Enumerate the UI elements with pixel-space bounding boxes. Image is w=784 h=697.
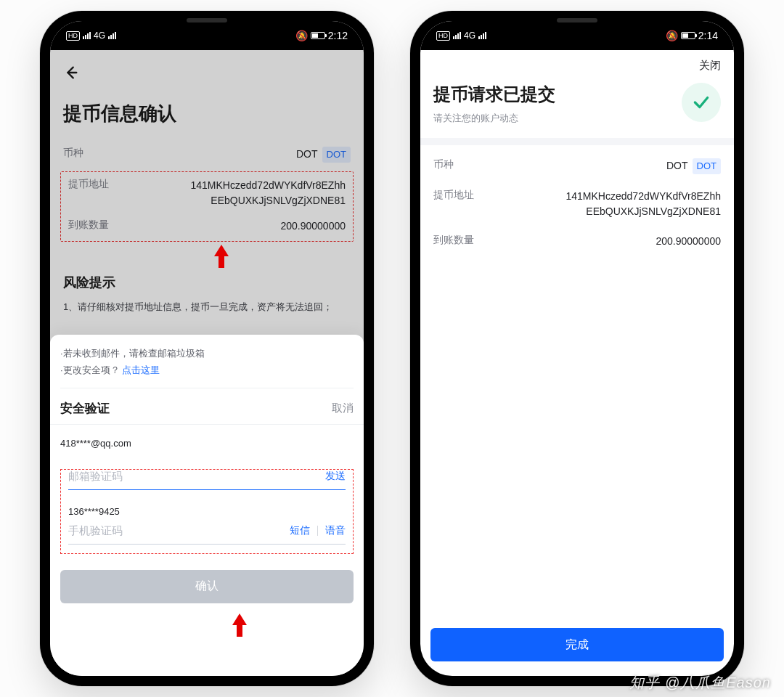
confirm-button[interactable]: 确认 [60,570,354,603]
arrow-up-icon [214,245,229,268]
voice-button[interactable]: 语音 [325,524,346,537]
send-code-button[interactable]: 发送 [325,470,346,483]
bell-off-icon: 🔕 [666,30,678,41]
phone-code-placeholder: 手机验证码 [68,524,282,538]
coin-label: 币种 [63,147,83,160]
signal-bars-icon [83,32,91,39]
amount-label: 到账数量 [68,219,109,232]
network-label: 4G [464,30,475,41]
coin-value: DOTDOT [465,158,721,174]
done-button[interactable]: 完成 [430,628,724,661]
signal-bars-icon [478,32,486,39]
battery-icon [311,32,325,39]
signal-bars-icon [108,32,116,39]
coin-value: DOTDOT [95,147,351,163]
bell-off-icon: 🔕 [295,30,308,41]
arrow-up-icon [232,614,247,637]
network-label: 4G [94,30,105,41]
sms-button[interactable]: 短信 [290,524,310,537]
success-check-icon [682,83,721,122]
highlight-box-address: 提币地址 141MKHczedd72dWYKdfVr8EZhhEEbQUXKJj… [60,171,354,242]
page-title: 提币信息确认 [63,101,351,126]
phone-left: HD 4G 🔕 2:12 提币信息确认 [40,11,374,686]
info-card: 币种 DOTDOT 提币地址 141MKHczedd72dWYKdfVr8EZh… [420,145,734,277]
amount-label: 到账数量 [433,234,474,247]
phone-notch [142,11,272,31]
address-value: 141MKHczedd72dWYKdfVr8EZhhEEbQUXKJjSNLVg… [121,178,346,208]
address-label: 提币地址 [433,189,474,202]
phone-label: 136****9425 [68,506,346,517]
clock-time: 2:14 [698,30,718,41]
success-subtitle: 请关注您的账户动态 [433,112,555,125]
email-code-placeholder: 邮箱验证码 [68,470,318,484]
battery-icon [681,32,695,39]
phone-right: HD 4G 🔕 2:14 关闭 提币请求已提交 [410,11,744,686]
signal-bars-icon [453,32,461,39]
address-label: 提币地址 [68,178,109,191]
page-body-left: 提币信息确认 币种 DOTDOT 提币地址 141MKHczedd72dWYKd… [50,21,364,676]
risk-title: 风险提示 [63,274,351,291]
sheet-title: 安全验证 [60,400,110,417]
risk-text: 1、请仔细核对提币地址信息，提币一旦完成，资产将无法追回； [63,300,351,315]
coin-badge: DOT [693,158,721,174]
back-button[interactable] [63,60,79,89]
check-icon [692,93,711,112]
section-gap [420,138,734,145]
arrow-left-icon [63,65,79,81]
watermark: 知乎 @八爪鱼Eason [629,673,771,693]
hd-badge-icon: HD [66,31,80,41]
page-body-right: 关闭 提币请求已提交 请关注您的账户动态 币种 [420,21,734,676]
bottom-sheet: ·若未收到邮件，请检查邮箱垃圾箱 ·更改安全项？ 点击这里 安全验证 取消 41… [50,335,364,676]
close-button[interactable]: 关闭 [699,59,721,73]
change-security-link[interactable]: 点击这里 [122,364,160,375]
tip-line-1: ·若未收到邮件，请检查邮箱垃圾箱 [60,345,354,362]
phone-code-input[interactable]: 手机验证码 短信 语音 [68,524,346,545]
amount-value: 200.90000000 [121,219,346,234]
highlight-box-verify: 邮箱验证码 发送 136****9425 手机验证码 短信 语音 [60,469,354,554]
clock-time: 2:12 [328,30,348,41]
success-title: 提币请求已提交 [433,83,555,106]
screen-right: HD 4G 🔕 2:14 关闭 提币请求已提交 [420,21,734,676]
email-code-input[interactable]: 邮箱验证码 发送 [68,470,346,490]
cancel-button[interactable]: 取消 [332,402,354,415]
tip-line-2: ·更改安全项？ 点击这里 [60,362,354,378]
hd-badge-icon: HD [436,31,450,41]
phone-notch [512,11,642,31]
separator [317,526,318,536]
amount-value: 200.90000000 [486,234,721,249]
address-value: 141MKHczedd72dWYKdfVr8EZhhEEbQUXKJjSNLVg… [486,189,721,219]
email-label: 418****@qq.com [60,438,354,449]
coin-label: 币种 [433,158,454,171]
coin-badge: DOT [322,147,351,163]
screen-left: HD 4G 🔕 2:12 提币信息确认 [50,21,364,676]
